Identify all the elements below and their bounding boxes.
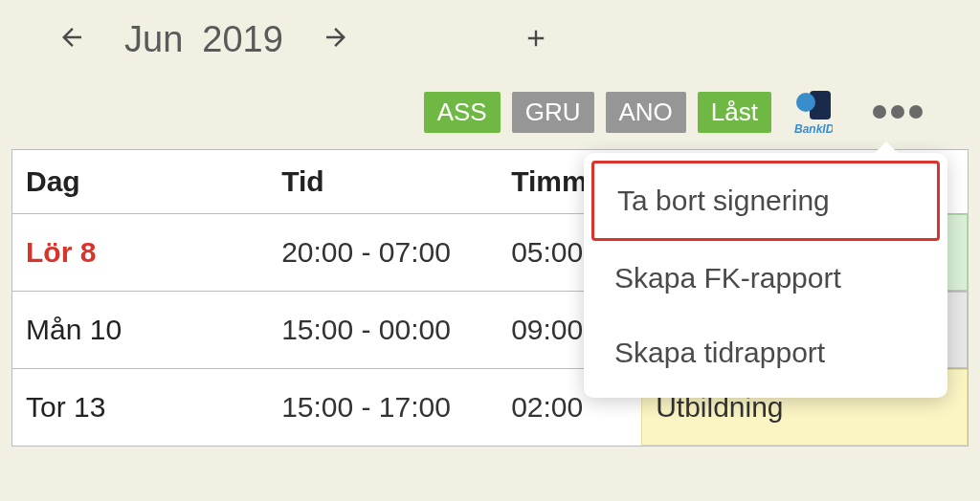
cell-dag: Tor 13 — [12, 369, 268, 447]
menu-time-report[interactable]: Skapa tidrapport — [591, 316, 940, 390]
date-nav-header: Jun 2019 — [0, 0, 980, 70]
svg-text:BankID: BankID — [794, 122, 833, 135]
svg-point-1 — [796, 93, 815, 112]
filter-ano[interactable]: ANO — [606, 92, 686, 133]
menu-fk-report[interactable]: Skapa FK-rapport — [591, 241, 940, 316]
cell-tid: 20:00 - 07:00 — [268, 214, 498, 292]
dot-icon — [873, 105, 886, 119]
bankid-icon[interactable]: BankID — [787, 89, 833, 135]
cell-tid: 15:00 - 00:00 — [268, 292, 498, 369]
col-dag: Dag — [12, 150, 268, 214]
more-menu-dropdown: Ta bort signering Skapa FK-rapport Skapa… — [584, 153, 947, 398]
filter-last[interactable]: Låst — [698, 92, 771, 133]
filter-row: ASS GRU ANO Låst BankID — [0, 70, 980, 149]
dot-icon — [909, 105, 923, 119]
more-menu-button[interactable] — [873, 105, 923, 119]
filter-ass[interactable]: ASS — [424, 92, 501, 133]
cell-tid: 15:00 - 17:00 — [268, 369, 498, 447]
year-label: 2019 — [202, 19, 283, 60]
next-month-button[interactable] — [322, 20, 350, 60]
col-tid: Tid — [268, 150, 498, 214]
prev-month-button[interactable] — [57, 20, 86, 60]
dot-icon — [891, 105, 904, 119]
plus-icon — [523, 25, 549, 52]
filter-gru[interactable]: GRU — [512, 92, 594, 133]
cell-dag: Mån 10 — [12, 292, 268, 369]
add-button[interactable] — [523, 20, 549, 60]
arrow-left-icon — [57, 23, 86, 52]
arrow-right-icon — [322, 23, 350, 52]
cell-dag: Lör 8 — [12, 214, 268, 292]
month-year-display[interactable]: Jun 2019 — [124, 19, 283, 60]
menu-remove-sign[interactable]: Ta bort signering — [591, 161, 940, 241]
month-label: Jun — [124, 19, 183, 60]
